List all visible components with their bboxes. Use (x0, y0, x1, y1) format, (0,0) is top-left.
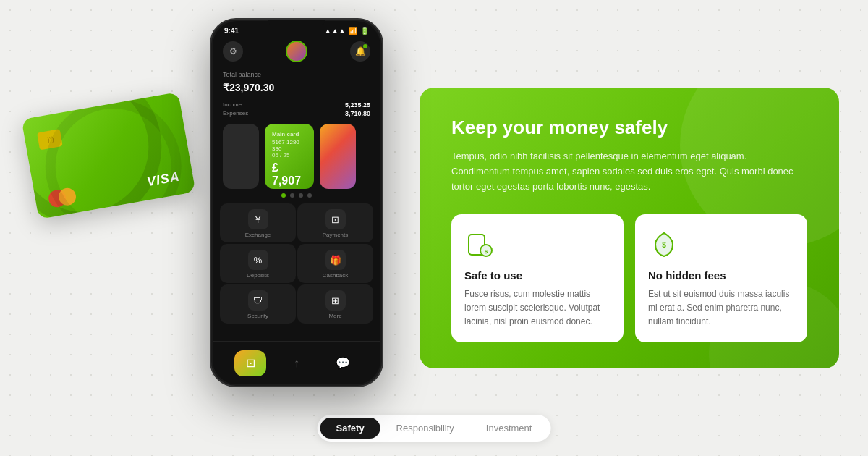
nav-messages-button[interactable]: 💬 (327, 350, 359, 376)
exchange-icon: ¥ (248, 209, 268, 229)
more-button[interactable]: ⊞ More (297, 284, 373, 324)
main-card-amount: £ 7,907 (272, 161, 307, 187)
home-icon: ⊡ (246, 356, 255, 370)
nav-stats-button[interactable]: ↑ (281, 350, 312, 376)
payments-icon: ⊡ (326, 209, 346, 229)
cashback-button[interactable]: 🎁 Cashback (297, 244, 373, 283)
notification-button[interactable]: 🔔 (350, 41, 370, 62)
colorful-card (320, 124, 356, 189)
nav-home-button[interactable]: ⊡ (234, 350, 266, 376)
expense-value: 3,710.80 (345, 110, 370, 117)
dot-1 (281, 193, 286, 198)
phone-mockup: 9:41 ▲▲▲ 📶 🔋 ⚙ 🔔 (210, 18, 383, 387)
month-income-row: Income 5,235.25 (213, 101, 380, 109)
balance-section: Total balance ₹23,970.30 (213, 68, 380, 101)
dot-4 (307, 193, 312, 198)
main-card-label: Main card (272, 131, 307, 138)
signal-icon: ▲▲▲ (324, 27, 346, 35)
balance-decimal: .30 (260, 82, 274, 93)
balance-label: Total balance (223, 71, 370, 78)
messages-icon: 💬 (336, 356, 350, 370)
phone-notch (268, 20, 326, 25)
balance-amount: ₹23,970.30 (223, 78, 370, 95)
cashback-icon: 🎁 (326, 250, 346, 270)
security-button[interactable]: 🛡 Security (220, 284, 296, 324)
notification-dot (363, 44, 367, 48)
dark-card (223, 124, 259, 189)
hero-card: Keep your money safely Tempus, odio nibh… (420, 88, 839, 368)
phone-header: ⚙ 🔔 (213, 38, 380, 68)
no-fees-card: $ No hidden fees Est ut sit euismod duis… (635, 214, 807, 342)
no-fees-desc: Est ut sit euismod duis massa iaculis mi… (648, 287, 794, 328)
more-icon: ⊞ (326, 290, 346, 311)
deposits-icon: % (248, 250, 268, 270)
bottom-nav: ⊡ ↑ 💬 (213, 341, 380, 384)
card-chip (37, 129, 63, 150)
avatar[interactable] (286, 41, 307, 62)
income-value: 5,235.25 (345, 101, 370, 109)
more-label: More (328, 313, 341, 319)
svg-text:$: $ (485, 248, 488, 255)
card-mastercard-logo (47, 187, 77, 208)
main-layout: VISA 9:41 ▲▲▲ 📶 🔋 (0, 0, 868, 456)
safe-to-use-card: $ Safe to use Fusce risus, cum molestie … (451, 214, 624, 342)
no-fees-title: No hidden fees (648, 269, 794, 282)
svg-text:$: $ (662, 241, 666, 249)
main-card-number: 5167 1280 330 (272, 139, 307, 152)
left-section: VISA 9:41 ▲▲▲ 📶 🔋 (29, 18, 405, 438)
right-section: Keep your money safely Tempus, odio nibh… (420, 88, 839, 368)
action-grid: ¥ Exchange ⊡ Payments % Deposits 🎁 Cashb… (213, 202, 380, 325)
tab-responsibility[interactable]: Responsibility (380, 418, 470, 439)
battery-icon: 🔋 (360, 27, 369, 35)
exchange-label: Exchange (245, 232, 271, 238)
safe-title: Safe to use (464, 269, 610, 282)
payments-label: Payments (323, 232, 349, 238)
deposits-label: Deposits (247, 272, 269, 279)
main-card-expiry: 05 / 25 (272, 152, 307, 159)
feature-cards: $ Safe to use Fusce risus, cum molestie … (451, 214, 807, 342)
dot-2 (290, 193, 294, 198)
status-time: 9:41 (224, 27, 239, 35)
exchange-button[interactable]: ¥ Exchange (220, 203, 296, 242)
month-expense-row: Expenses 3,710.80 (213, 109, 380, 118)
carousel-dots (213, 189, 380, 202)
card-visa-logo: VISA (145, 169, 181, 190)
security-icon: 🛡 (248, 290, 268, 311)
cards-carousel: Main card 5167 1280 330 05 / 25 £ 7,907 (213, 124, 380, 189)
bottom-tabs: Safety Responsibility Investment (318, 415, 551, 442)
security-label: Security (247, 313, 268, 319)
credit-card: VISA (22, 92, 196, 219)
main-card[interactable]: Main card 5167 1280 330 05 / 25 £ 7,907 (265, 124, 314, 189)
deposits-button[interactable]: % Deposits (220, 244, 296, 283)
dot-3 (299, 193, 303, 198)
phone-screen: 9:41 ▲▲▲ 📶 🔋 ⚙ 🔔 (213, 21, 380, 384)
no-fees-icon: $ (648, 229, 680, 261)
stats-icon: ↑ (294, 357, 299, 370)
payments-button[interactable]: ⊡ Payments (297, 203, 373, 242)
cashback-label: Cashback (323, 272, 349, 279)
wifi-icon: 📶 (349, 27, 357, 35)
hero-description: Tempus, odio nibh facilisis sit pellente… (451, 149, 807, 194)
tab-investment[interactable]: Investment (470, 418, 548, 439)
settings-button[interactable]: ⚙ (223, 41, 243, 62)
gear-icon: ⚙ (229, 46, 237, 56)
hero-title: Keep your money safely (451, 117, 807, 139)
balance-value: ₹23,970 (223, 82, 260, 93)
safe-desc: Fusce risus, cum molestie mattis lorem s… (464, 287, 610, 328)
status-icons: ▲▲▲ 📶 🔋 (324, 27, 369, 35)
safe-icon: $ (464, 229, 496, 261)
tab-safety[interactable]: Safety (320, 418, 380, 439)
